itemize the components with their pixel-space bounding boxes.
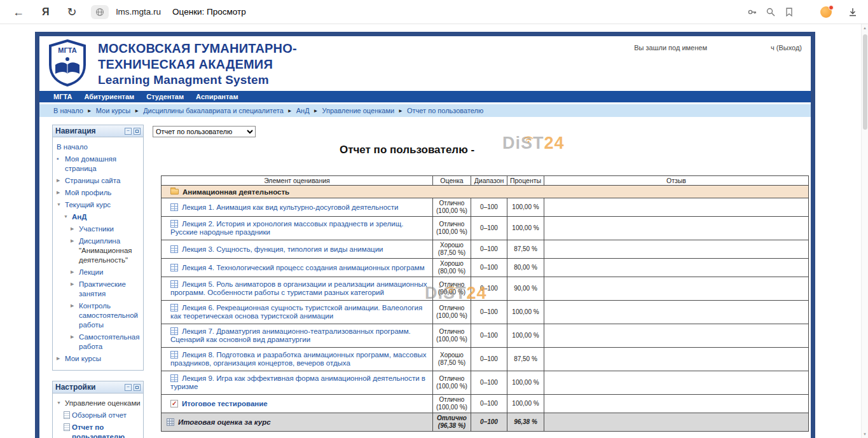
grade-item-link[interactable]: Лекция 2. История и хронология массовых …	[170, 220, 403, 236]
grade-item-link[interactable]: Лекция 6. Рекреационная сущность туристс…	[170, 304, 422, 320]
table-row: Лекция 8. Подготовка и разработка анимац…	[162, 348, 809, 371]
sidebar-item-label[interactable]: Мои курсы	[65, 355, 101, 362]
arrow-right-icon[interactable]	[57, 188, 65, 197]
grade-item-cell: Лекция 8. Подготовка и разработка анимац…	[162, 348, 433, 371]
breadcrumb-link[interactable]: Дисциплины бакалавриата и специалитета	[143, 107, 284, 114]
nav-link[interactable]: Студентам	[146, 93, 184, 100]
arrow-down-icon[interactable]	[64, 212, 72, 221]
sidebar-item-label[interactable]: В начало	[57, 143, 88, 151]
sidebar-item-label[interactable]: Дисциплина	[79, 237, 120, 245]
grade-item-cell: Лекция 5. Роль аниматоров в организации …	[162, 277, 433, 301]
sidebar-item: Моя домашняя страница	[55, 153, 141, 175]
page-scrollbar[interactable]: ▲ ▼	[861, 24, 868, 438]
grade-range-cell: 0–100	[471, 217, 507, 240]
breadcrumb-separator-icon: ►	[287, 108, 293, 114]
grade-item-link[interactable]: Лекция 9. Игра как эффективная форма ани…	[170, 374, 425, 390]
nav-link[interactable]: Абитуриентам	[84, 93, 134, 100]
arrow-right-icon[interactable]	[71, 280, 79, 289]
sidebar-item: Практические занятия	[55, 278, 141, 300]
sidebar-item-label[interactable]: Обзорный отчет	[72, 411, 127, 419]
search-icon[interactable]	[766, 7, 776, 17]
breadcrumb-link[interactable]: АнД	[296, 107, 310, 114]
download-icon[interactable]	[848, 7, 858, 17]
dock-block-icon[interactable]	[134, 384, 141, 391]
page-body: Навигация − В началоМоя домашняя страниц…	[39, 117, 811, 438]
sidebar-item-label[interactable]: Контроль самостоятельной работы	[79, 302, 138, 329]
category-label: Анимационная деятельность	[183, 188, 289, 196]
report-type-select[interactable]: Отчет по пользователю	[153, 126, 256, 137]
scroll-up-icon[interactable]: ▲	[862, 26, 868, 30]
arrow-right-icon[interactable]	[71, 268, 79, 277]
grade-item-link[interactable]: Лекция 5. Роль аниматоров в организации …	[170, 280, 427, 296]
sidebar-item-label[interactable]: Участники	[79, 225, 114, 233]
grade-item-cell: Лекция 9. Игра как эффективная форма ани…	[162, 371, 433, 395]
grade-item-link[interactable]: Итоговое тестирование	[182, 400, 268, 407]
grade-value-cell: Отлично (100,00 %)	[433, 198, 471, 217]
grade-value-cell: Отлично (96,38 %)	[433, 413, 471, 432]
column-header: Оценка	[433, 176, 471, 186]
hide-block-icon[interactable]: −	[125, 128, 132, 135]
arrow-right-icon[interactable]	[57, 176, 65, 185]
sidebar-item-label[interactable]: Лекции	[79, 268, 103, 276]
sidebar-item-label[interactable]: Моя домашняя страница	[65, 155, 116, 172]
arrow-right-icon[interactable]	[71, 301, 79, 310]
browser-notification-icon[interactable]	[820, 6, 832, 18]
arrow-down-icon[interactable]	[57, 399, 65, 407]
sidebar-item-label[interactable]: Отчет по пользователю	[72, 423, 125, 438]
navigation-block-header: Навигация −	[53, 125, 143, 137]
dock-block-icon[interactable]	[134, 128, 141, 135]
address-bar-url[interactable]: lms.mgta.ru	[116, 7, 162, 17]
grade-item-link[interactable]: Лекция 8. Подготовка и разработка анимац…	[170, 351, 427, 367]
sidebar-item: АнД	[55, 211, 141, 223]
feedback-cell	[544, 324, 809, 348]
breadcrumb-link[interactable]: Отчет по пользователю	[407, 107, 483, 114]
breadcrumb-link[interactable]: В начало	[53, 107, 83, 114]
page-title: Отчет по пользователю -	[153, 144, 661, 156]
logo-abbr: МГТА	[58, 46, 76, 54]
arrow-right-icon[interactable]	[71, 332, 79, 341]
password-key-icon[interactable]	[747, 7, 757, 17]
sidebar-item-label[interactable]: Мой профиль	[65, 189, 111, 196]
folder-icon	[170, 189, 179, 195]
sidebar-item-label[interactable]: Самостоятельная работа	[79, 333, 139, 350]
arrow-right-icon[interactable]	[71, 236, 79, 245]
grade-item-link[interactable]: Лекция 3. Сущность, функция, типология и…	[182, 245, 383, 253]
sidebar-item: Контроль самостоятельной работы	[55, 300, 141, 331]
site-favicon[interactable]	[91, 5, 109, 19]
site-title-line1: МОСКОВСКАЯ ГУМАНИТАРНО-	[98, 41, 297, 57]
sidebar-item-label[interactable]: Страницы сайта	[65, 177, 120, 184]
back-icon[interactable]: ←	[13, 6, 24, 18]
table-row: Итоговое тестированиеОтлично (100,00 %)0…	[162, 395, 809, 413]
grade-item-cell: Лекция 4. Технологический процесс создан…	[162, 259, 433, 277]
site-title-line2: ТЕХНИЧЕСКАЯ АКАДЕМИЯ	[98, 57, 297, 72]
grade-item-link[interactable]: Лекция 7. Драматургия анимационно-театра…	[170, 327, 411, 343]
arrow-down-icon[interactable]	[57, 200, 65, 209]
scrollbar-thumb[interactable]	[863, 34, 867, 130]
sidebar-item-label[interactable]: АнД	[72, 213, 86, 221]
grade-item-link[interactable]: Лекция 1. Анимация как вид культурно-дос…	[182, 203, 398, 211]
breadcrumb-separator-icon: ►	[313, 108, 319, 114]
arrow-right-icon[interactable]	[71, 224, 79, 233]
logout-link[interactable]: ч (Выход)	[771, 44, 802, 51]
hide-block-icon[interactable]: −	[125, 384, 132, 391]
breadcrumb-link[interactable]: Управление оценками	[322, 107, 395, 114]
grade-value-cell: Отлично (100,00 %)	[433, 395, 471, 413]
sidebar-item-label[interactable]: Практические занятия	[79, 280, 126, 298]
breadcrumb-link[interactable]: Мои курсы	[96, 107, 130, 114]
scroll-down-icon[interactable]: ▼	[862, 432, 868, 436]
grade-item-cell: Лекция 6. Рекреационная сущность туристс…	[162, 301, 433, 324]
main-content: Отчет по пользователю Отчет по пользоват…	[153, 125, 811, 432]
nav-link[interactable]: Аспирантам	[196, 93, 238, 100]
yandex-browser-icon[interactable]: Я	[42, 6, 50, 18]
sidebar-item-label[interactable]: Текущий курс	[65, 201, 111, 209]
nav-link[interactable]: МГТА	[53, 93, 72, 100]
bookmark-flag-icon[interactable]	[784, 7, 794, 17]
reload-icon[interactable]: ↻	[67, 6, 77, 18]
arrow-right-icon[interactable]	[57, 354, 65, 363]
grade-item-link[interactable]: Лекция 4. Технологический процесс создан…	[182, 264, 425, 271]
lms-page: МГТА МОСКОВСКАЯ ГУМАНИТАРНО- ТЕХНИЧЕСКАЯ…	[39, 36, 811, 438]
lesson-icon	[170, 245, 178, 253]
grade-percent-cell: 90,00 %	[507, 277, 544, 301]
grade-percent-cell: 100,00 %	[507, 301, 544, 324]
navigation-block: Навигация − В началоМоя домашняя страниц…	[52, 125, 144, 371]
